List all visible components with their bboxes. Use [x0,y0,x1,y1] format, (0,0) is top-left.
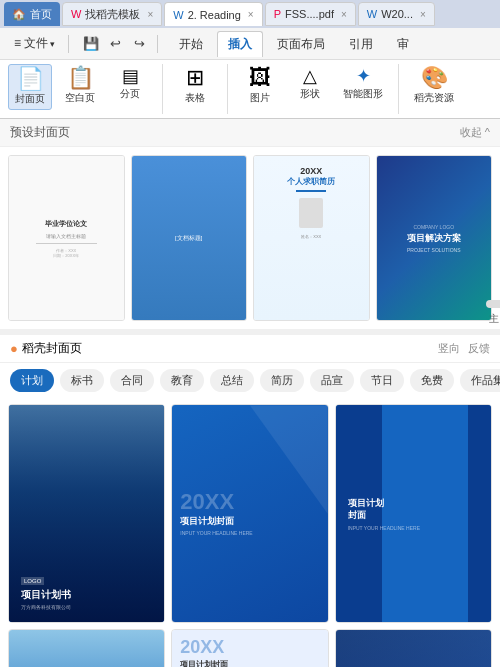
quick-access-group: 💾 ↩ ↪ [80,33,150,55]
ribbon-smartart[interactable]: ✦ 智能图形 [338,64,388,104]
preset-section-title: 预设封面页 [10,124,70,141]
ribbon-area: 📄 封面页 📋 空白页 ▤ 分页 ⊞ 表格 🖼 图片 △ 形状 ✦ 智能图形 [0,60,500,119]
feedback-btn[interactable]: 反馈 [468,341,490,356]
break-label: 分页 [120,87,140,101]
tab-w20[interactable]: W W20... × [358,2,435,26]
tab-fss-label: FSS....pdf [285,8,334,20]
daoke-logo: ● [10,341,18,356]
daoke-title: 稻壳封面页 [22,340,82,357]
ribbon-frame[interactable]: 🎨 稻壳资源 [409,64,459,108]
filter-plan[interactable]: 计划 [10,369,54,392]
template-2[interactable]: 20XX 项目计划封面 INPUT YOUR HEADLINE HERE [171,404,328,623]
ribbon-image[interactable]: 🖼 图片 [238,64,282,108]
template-6[interactable]: 项目计划书 PROJECT PLAN [335,629,492,667]
undo-btn[interactable]: ↩ [104,33,126,55]
frame-label: 稻壳资源 [414,91,454,105]
tab-wps-close[interactable]: × [147,9,153,20]
cover-page-icon: 📄 [17,68,44,90]
table-icon: ⊞ [186,67,204,89]
template-5[interactable]: 20XX 项目计划封面 COMPANY NAME [171,629,328,667]
ribbon-icons-group: 📄 封面页 📋 空白页 ▤ 分页 ⊞ 表格 🖼 图片 △ 形状 ✦ 智能图形 [8,64,492,114]
tab-review[interactable]: 审 [387,32,419,57]
break-icon: ▤ [122,67,139,85]
frame-icon: 🎨 [421,67,448,89]
preset-cover-4[interactable]: COMPANY LOGO 项目解决方案 PROJECT SOLUTIONS [376,155,493,321]
template-3[interactable]: 项目计划封面 INPUT YOUR HEADLINE HERE [335,404,492,623]
shape-label: 形状 [300,87,320,101]
filter-label[interactable]: 标书 [60,369,104,392]
chevron-down-icon: ▾ [50,39,55,49]
tab-w20-close[interactable]: × [420,9,426,20]
preset-cover-2[interactable]: [文档标题] [131,155,248,321]
pdf-icon: P [274,8,281,20]
filter-brand[interactable]: 品宣 [310,369,354,392]
toolbar-row1: ≡ 文件 ▾ 💾 ↩ ↪ 开始 插入 页面布局 引用 审 [0,28,500,60]
daoke-section-header: ● 稻壳封面页 竖向 反馈 [0,335,500,363]
cover-page-label: 封面页 [15,92,45,106]
filter-summary[interactable]: 总结 [210,369,254,392]
tab-start[interactable]: 开始 [169,32,213,57]
template-4[interactable]: LOGO 项目计划封面面 PROJECT PLAN [8,629,165,667]
preset-covers-section: 毕业学位论文 请输入文档主标题 作者：XXX 日期：20XX年 [文档标题] 2… [0,147,500,329]
table-label: 表格 [185,91,205,105]
blank-page-label: 空白页 [65,91,95,105]
tab-fss-close[interactable]: × [341,9,347,20]
vertical-btn[interactable]: 竖向 [438,341,460,356]
separator [68,35,69,53]
filter-education[interactable]: 教育 [160,369,204,392]
smartart-label: 智能图形 [343,87,383,101]
tab-ref[interactable]: 引用 [339,32,383,57]
preset-cover-1[interactable]: 毕业学位论文 请输入文档主标题 作者：XXX 日期：20XX年 [8,155,125,321]
word-icon: W [173,9,183,21]
daoke-title-group: ● 稻壳封面页 [10,340,82,357]
ribbon-separator3 [398,64,399,114]
ribbon-table[interactable]: ⊞ 表格 [173,64,217,108]
redo-btn[interactable]: ↪ [128,33,150,55]
smartart-icon: ✦ [356,67,371,85]
daoke-section: ● 稻壳封面页 竖向 反馈 计划 标书 合同 教育 总结 简历 品宣 节日 免费… [0,335,500,667]
collapse-btn[interactable]: 收起 ^ [460,125,490,140]
ribbon-blank-page[interactable]: 📋 空白页 [58,64,102,108]
home-icon: 🏠 [12,8,26,21]
ribbon-tabs-row: 开始 插入 页面布局 引用 审 [169,31,419,57]
tab-reading[interactable]: W 2. Reading × [164,2,262,26]
ribbon-cover-page[interactable]: 📄 封面页 [8,64,52,110]
menu-file[interactable]: ≡ 文件 ▾ [8,33,61,54]
filter-resume[interactable]: 简历 [260,369,304,392]
blank-page-icon: 📋 [67,67,94,89]
preset-cover-3[interactable]: 20XX 个人求职简历 姓名：XXX [253,155,370,321]
tab-bar: 🏠 首页 W 找稻壳模板 × W 2. Reading × P FSS....p… [0,0,500,28]
ribbon-separator [162,64,163,114]
filter-works[interactable]: 作品集 [460,369,500,392]
filter-tags-row: 计划 标书 合同 教育 总结 简历 品宣 节日 免费 作品集 [0,363,500,398]
tab-w20-label: W20... [381,8,413,20]
tab-fss[interactable]: P FSS....pdf × [265,2,356,26]
tab-wps-label: 找稻壳模板 [85,7,140,22]
w20-icon: W [367,8,377,20]
template-1[interactable]: LOGO 项目计划书 万方商务科技有限公司 [8,404,165,623]
daoke-actions: 竖向 反馈 [438,341,490,356]
filter-contract[interactable]: 合同 [110,369,154,392]
tab-insert[interactable]: 插入 [217,31,263,57]
tab-home[interactable]: 🏠 首页 [4,2,60,26]
wps-icon: W [71,8,81,20]
tab-layout[interactable]: 页面布局 [267,32,335,57]
side-handle[interactable]: 主 [486,300,500,308]
image-icon: 🖼 [249,67,271,89]
tab-reading-close[interactable]: × [248,9,254,20]
preset-covers-grid: 毕业学位论文 请输入文档主标题 作者：XXX 日期：20XX年 [文档标题] 2… [8,155,492,321]
template-grid: LOGO 项目计划书 万方商务科技有限公司 20XX 项目计划封面 INPUT … [0,398,500,667]
filter-free[interactable]: 免费 [410,369,454,392]
ribbon-break[interactable]: ▤ 分页 [108,64,152,104]
tab-home-label: 首页 [30,7,52,22]
shape-icon: △ [303,67,317,85]
save-btn[interactable]: 💾 [80,33,102,55]
separator2 [157,35,158,53]
ribbon-shape[interactable]: △ 形状 [288,64,332,104]
filter-holiday[interactable]: 节日 [360,369,404,392]
tab-reading-label: 2. Reading [188,9,241,21]
tab-wps[interactable]: W 找稻壳模板 × [62,2,162,26]
image-label: 图片 [250,91,270,105]
preset-section-header: 预设封面页 收起 ^ [0,119,500,147]
ribbon-separator2 [227,64,228,114]
